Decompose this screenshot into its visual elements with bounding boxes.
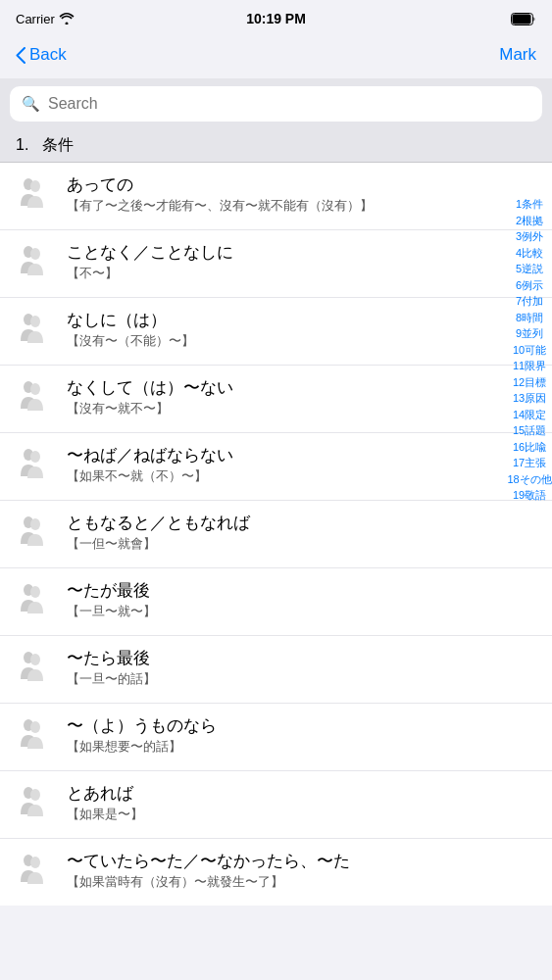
list-item[interactable]: 〜ていたら〜た／〜なかったら、〜た 【如果當時有（沒有）〜就發生〜了】 — [0, 839, 552, 906]
svg-point-19 — [30, 721, 40, 733]
item-content: とあれば 【如果是〜】 — [67, 783, 536, 823]
index-item[interactable]: 18その他 — [507, 471, 552, 488]
index-item[interactable]: 1条件 — [516, 196, 549, 213]
index-item[interactable]: 9並列 — [516, 325, 549, 342]
item-title: 〜ねば／ねばならない — [67, 445, 536, 466]
nav-bar: Back Mark — [0, 35, 552, 78]
back-button[interactable]: Back — [16, 45, 67, 65]
index-item[interactable]: 14限定 — [513, 407, 552, 423]
index-item[interactable]: 4比較 — [516, 245, 549, 262]
item-subtitle: 【如果是〜】 — [67, 807, 536, 823]
item-title: なくして（は）〜ない — [67, 377, 536, 399]
item-icon — [16, 379, 57, 420]
svg-point-23 — [30, 857, 40, 868]
list-item[interactable]: 〜（よ）うものなら 【如果想要〜的話】 — [0, 704, 552, 771]
list-item[interactable]: ともなると／ともなれば 【一但〜就會】 — [0, 501, 552, 568]
item-title: あっての — [67, 174, 536, 196]
item-subtitle: 【如果不〜就（不）〜】 — [67, 468, 536, 485]
item-subtitle: 【沒有〜（不能）〜】 — [67, 333, 536, 350]
item-subtitle: 【如果當時有（沒有）〜就發生〜了】 — [67, 874, 536, 891]
item-icon — [16, 244, 57, 285]
item-icon — [16, 582, 57, 623]
section-header: 1. 条件 — [0, 129, 552, 163]
wifi-icon — [59, 13, 75, 24]
item-content: あっての 【有了〜之後〜才能有〜、沒有〜就不能有（沒有）】 — [67, 174, 536, 215]
search-input[interactable] — [48, 95, 530, 113]
item-title: とあれば — [67, 783, 536, 805]
status-right — [511, 13, 536, 25]
item-content: 〜たら最後 【一旦〜的話】 — [67, 648, 536, 688]
index-item[interactable]: 15話題 — [513, 422, 552, 439]
svg-point-7 — [30, 316, 40, 327]
search-icon: 🔍 — [22, 95, 40, 113]
item-content: なくして（は）〜ない 【沒有〜就不〜】 — [67, 377, 536, 417]
section-number: 1. — [16, 136, 28, 153]
search-bar[interactable]: 🔍 — [10, 86, 542, 122]
svg-point-11 — [30, 451, 40, 463]
list-item[interactable]: ことなく／ことなしに 【不〜】 — [0, 230, 552, 298]
list-item[interactable]: なくして（は）〜ない 【沒有〜就不〜】 — [0, 366, 552, 433]
mark-button[interactable]: Mark — [499, 45, 536, 65]
index-item[interactable]: 16比喩 — [513, 439, 552, 456]
carrier-text: Carrier — [16, 12, 75, 26]
index-item[interactable]: 6例示 — [516, 277, 549, 294]
list-item[interactable]: 〜たら最後 【一旦〜的話】 — [0, 636, 552, 704]
svg-point-3 — [30, 180, 40, 192]
item-icon — [16, 853, 57, 894]
item-subtitle: 【沒有〜就不〜】 — [67, 401, 536, 417]
search-container: 🔍 — [0, 78, 552, 129]
item-title: 〜ていたら〜た／〜なかったら、〜た — [67, 851, 536, 872]
index-item[interactable]: 13原因 — [513, 390, 552, 407]
back-chevron-icon — [16, 47, 25, 64]
item-icon — [16, 514, 57, 556]
svg-rect-1 — [513, 14, 531, 24]
svg-point-9 — [30, 383, 40, 395]
item-title: なしに（は） — [67, 310, 536, 331]
list-item[interactable]: 〜ねば／ねばならない 【如果不〜就（不）〜】 — [0, 433, 552, 501]
svg-point-5 — [30, 248, 40, 260]
list-item[interactable]: あっての 【有了〜之後〜才能有〜、沒有〜就不能有（沒有）】 — [0, 163, 552, 230]
item-title: ことなく／ことなしに — [67, 242, 536, 264]
index-item[interactable]: 11限界 — [513, 358, 552, 374]
index-item[interactable]: 2根拠 — [516, 213, 549, 229]
svg-point-17 — [30, 654, 40, 665]
item-content: なしに（は） 【沒有〜（不能）〜】 — [67, 310, 536, 350]
item-content: ことなく／ことなしに 【不〜】 — [67, 242, 536, 282]
item-subtitle: 【一但〜就會】 — [67, 536, 536, 553]
item-icon — [16, 717, 57, 759]
item-content: ともなると／ともなれば 【一但〜就會】 — [67, 513, 536, 553]
index-item[interactable]: 3例外 — [516, 228, 549, 245]
item-icon — [16, 312, 57, 353]
list-item[interactable]: なしに（は） 【沒有〜（不能）〜】 — [0, 298, 552, 366]
item-list: あっての 【有了〜之後〜才能有〜、沒有〜就不能有（沒有）】 ことなく／ことなしに… — [0, 163, 552, 906]
index-item[interactable]: 12目標 — [513, 374, 552, 391]
svg-point-13 — [30, 518, 40, 530]
index-item[interactable]: 5逆説 — [516, 261, 549, 277]
list-item[interactable]: 〜たが最後 【一旦〜就〜】 — [0, 568, 552, 636]
status-bar: Carrier 10:19 PM — [0, 0, 552, 35]
item-icon — [16, 447, 57, 488]
index-item[interactable]: 17主張 — [513, 455, 552, 471]
item-subtitle: 【不〜】 — [67, 266, 536, 282]
item-content: 〜たが最後 【一旦〜就〜】 — [67, 580, 536, 620]
battery-icon — [511, 13, 536, 25]
item-content: 〜ていたら〜た／〜なかったら、〜た 【如果當時有（沒有）〜就發生〜了】 — [67, 851, 536, 891]
item-title: 〜（よ）うものなら — [67, 715, 536, 737]
item-subtitle: 【一旦〜的話】 — [67, 671, 536, 688]
svg-point-21 — [30, 789, 40, 801]
item-icon — [16, 785, 57, 826]
item-title: 〜たら最後 — [67, 648, 536, 669]
index-panel: 1条件2根拠3例外4比較5逆説6例示7付加8時間9並列10可能11限界12目標1… — [513, 196, 552, 504]
item-title: 〜たが最後 — [67, 580, 536, 602]
item-subtitle: 【如果想要〜的話】 — [67, 739, 536, 756]
index-item[interactable]: 19敬語 — [513, 487, 552, 504]
svg-point-15 — [30, 586, 40, 598]
index-item[interactable]: 7付加 — [516, 293, 549, 310]
item-icon — [16, 176, 57, 218]
item-content: 〜（よ）うものなら 【如果想要〜的話】 — [67, 715, 536, 756]
index-item[interactable]: 8時間 — [516, 310, 549, 326]
list-item[interactable]: とあれば 【如果是〜】 — [0, 771, 552, 839]
item-icon — [16, 650, 57, 691]
item-subtitle: 【一旦〜就〜】 — [67, 604, 536, 620]
index-item[interactable]: 10可能 — [513, 342, 552, 359]
